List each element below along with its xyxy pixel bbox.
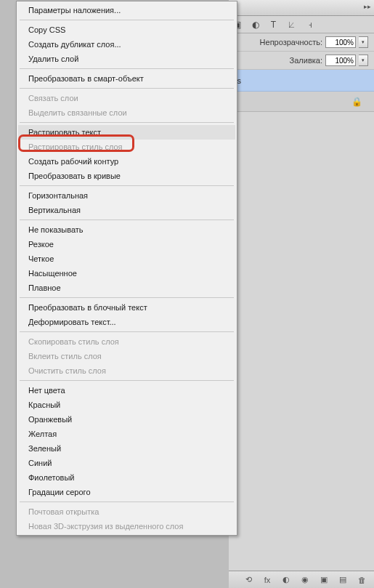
fx-icon[interactable]: fx [262, 575, 272, 585]
lock-icon[interactable]: 🔒 [351, 97, 362, 107]
menu-copy-css[interactable]: Copy CSS [18, 23, 235, 37]
adjustment-filter-icon[interactable]: ◐ [250, 19, 261, 30]
layers-bottom-bar: ⟲ fx ◐ ◉ ▣ ▤ 🗑 [229, 571, 374, 588]
smart-filter-icon[interactable]: ⫞ [304, 19, 315, 30]
menu-color-green[interactable]: Зеленый [18, 441, 235, 456]
menu-aa-sharp[interactable]: Резкое [18, 237, 235, 251]
opacity-dropdown-button[interactable]: ▾ [359, 36, 368, 48]
menu-separator [20, 502, 234, 502]
group-icon[interactable]: ▣ [319, 575, 329, 585]
link-layers-icon[interactable]: ⟲ [243, 575, 253, 585]
menu-aa-crisp[interactable]: Четкое [18, 251, 235, 266]
menu-convert-shape[interactable]: Преобразовать в кривые [18, 169, 235, 183]
menu-horizontal[interactable]: Горизонтальная [18, 188, 235, 203]
shape-filter-icon[interactable]: ⟀ [286, 19, 297, 30]
menu-duplicate-layer[interactable]: Создать дубликат слоя... [18, 37, 235, 52]
opacity-row: Непрозрачность: ▾ [229, 33, 374, 52]
trash-icon[interactable]: 🗑 [357, 575, 367, 585]
menu-color-gray[interactable]: Градации серого [18, 485, 235, 499]
menu-color-blue[interactable]: Синий [18, 456, 235, 470]
menu-separator [20, 331, 234, 332]
fill-label: Заливка: [290, 56, 322, 65]
new-layer-icon[interactable]: ▤ [338, 575, 348, 585]
menu-vertical[interactable]: Вертикальная [18, 203, 235, 217]
menu-color-red[interactable]: Красный [18, 398, 235, 412]
fill-dropdown-button[interactable]: ▾ [359, 55, 368, 66]
menu-postcard: Почтовая открытка [18, 504, 235, 519]
expand-arrows-icon[interactable]: ▸▸ [364, 3, 371, 10]
opacity-input[interactable] [325, 36, 356, 48]
menu-separator [20, 297, 234, 298]
menu-aa-strong[interactable]: Насыщенное [18, 266, 235, 281]
menu-separator [20, 122, 234, 123]
fill-row: Заливка: ▾ [229, 52, 374, 70]
menu-color-none[interactable]: Нет цвета [18, 383, 235, 398]
menu-separator [20, 20, 234, 20]
menu-rasterize-type[interactable]: Растрировать текст [18, 125, 235, 140]
menu-separator [20, 88, 234, 89]
type-filter-icon[interactable]: T [268, 19, 279, 30]
menu-color-yellow[interactable]: Желтая [18, 427, 235, 441]
menu-warp-text[interactable]: Деформировать текст... [18, 315, 235, 329]
layer-lock-row: 🔒 [229, 92, 374, 112]
menu-link-layers: Связать слои [18, 91, 235, 105]
menu-create-work-path[interactable]: Создать рабочий контур [18, 154, 235, 169]
menu-color-orange[interactable]: Оранжевый [18, 412, 235, 427]
menu-aa-smooth[interactable]: Плавное [18, 281, 235, 295]
menu-blending-options[interactable]: Параметры наложения... [18, 3, 235, 17]
menu-separator [20, 185, 234, 186]
menu-separator [20, 68, 234, 69]
menu-clear-layer-style: Очистить стиль слоя [18, 363, 235, 378]
menu-copy-layer-style: Скопировать стиль слоя [18, 334, 235, 349]
layers-panel: ▸▸ ▣ ◐ T ⟀ ⫞ Непрозрачность: ▾ Заливка: … [229, 0, 374, 588]
menu-separator [20, 380, 234, 381]
menu-select-linked: Выделить связанные слои [18, 105, 235, 120]
menu-separator [20, 220, 234, 220]
mask-icon[interactable]: ◐ [281, 575, 291, 585]
menu-aa-none[interactable]: Не показывать [18, 222, 235, 237]
menu-paste-layer-style: Вклеить стиль слоя [18, 349, 235, 363]
menu-color-violet[interactable]: Фиолетовый [18, 470, 235, 485]
fill-input[interactable] [325, 55, 356, 66]
layer-filter-row: ▣ ◐ T ⟀ ⫞ [229, 16, 374, 33]
layer-item-selected[interactable]: cs [229, 70, 374, 92]
panel-tab-strip: ▸▸ [229, 0, 374, 16]
menu-3d-extrusion: Новая 3D-экструзия из выделенного слоя [18, 519, 235, 533]
adjustment-icon[interactable]: ◉ [300, 575, 310, 585]
opacity-label: Непрозрачность: [260, 38, 322, 47]
menu-convert-paragraph[interactable]: Преобразовать в блочный текст [18, 300, 235, 315]
layers-empty-area [229, 112, 374, 359]
menu-rasterize-style: Растрировать стиль слоя [18, 140, 235, 154]
menu-delete-layer[interactable]: Удалить слой [18, 52, 235, 66]
menu-convert-smart-object[interactable]: Преобразовать в смарт-объект [18, 71, 235, 86]
layer-context-menu: Параметры наложения... Copy CSS Создать … [16, 1, 237, 536]
